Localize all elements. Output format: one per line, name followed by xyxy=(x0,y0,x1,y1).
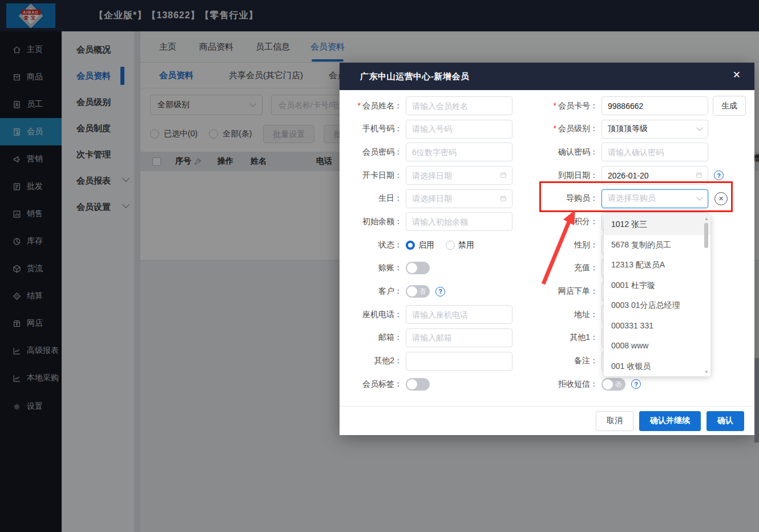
initial-balance-input[interactable] xyxy=(406,212,512,231)
calendar-icon[interactable] xyxy=(499,171,507,179)
guide-option[interactable]: 001 收银员 xyxy=(604,356,710,377)
confirm-password-input[interactable] xyxy=(601,143,708,161)
modal-title: 广东中山运营中心-新增会员 xyxy=(360,71,470,82)
required-mark: * xyxy=(554,124,556,133)
mobile-input[interactable] xyxy=(406,120,512,139)
guide-option[interactable]: 0003 01分店总经理 xyxy=(604,295,710,316)
status-disabled-radio[interactable] xyxy=(446,241,455,250)
guide-option[interactable]: 0001 杜宇璇 xyxy=(604,275,710,296)
member-tag-toggle[interactable] xyxy=(406,378,430,391)
guide-option[interactable]: 0008 www xyxy=(604,336,710,356)
modal-footer: 取消 确认并继续 确认 xyxy=(340,406,754,435)
page-scrollbar-thumb[interactable] xyxy=(754,358,759,442)
annotation-red-box xyxy=(539,181,733,212)
guide-option[interactable]: 5678 复制的员工 xyxy=(604,235,710,255)
guide-dropdown-list: 1012 张三 5678 复制的员工 12313 配送员A 0001 杜宇璇 0… xyxy=(604,214,710,376)
confirm-button[interactable]: 确认 xyxy=(706,411,744,431)
credit-toggle[interactable] xyxy=(406,262,430,274)
calendar-icon[interactable] xyxy=(499,194,507,202)
confirm-continue-button[interactable]: 确认并继续 xyxy=(639,411,701,431)
email-input[interactable] xyxy=(406,328,512,347)
birthday-input[interactable] xyxy=(406,189,512,208)
other2-input[interactable] xyxy=(406,352,512,371)
reject-sms-toggle[interactable]: 否 xyxy=(601,378,625,391)
scroll-up-icon[interactable]: ▲ xyxy=(704,216,709,221)
close-icon[interactable]: ✕ xyxy=(733,70,741,80)
guide-option[interactable]: 000331 331 xyxy=(604,316,710,336)
help-icon[interactable]: ? xyxy=(631,379,641,389)
member-name-input[interactable] xyxy=(406,96,512,115)
cancel-button[interactable]: 取消 xyxy=(596,411,633,431)
form-column-left: *会员姓名： 手机号码： 会员密码： 开卡日期： 生日： 初始余额： 状态：启用… xyxy=(350,96,521,398)
calendar-icon[interactable] xyxy=(695,171,703,179)
generate-card-button[interactable]: 生成 xyxy=(713,96,746,116)
password-input[interactable] xyxy=(406,143,512,161)
open-date-input[interactable] xyxy=(406,166,512,185)
status-enabled-radio[interactable] xyxy=(406,241,415,250)
landline-input[interactable] xyxy=(406,305,512,324)
chevron-down-icon xyxy=(696,125,703,131)
guide-option[interactable]: 12313 配送员A xyxy=(604,255,710,275)
required-mark: * xyxy=(554,101,556,110)
help-icon[interactable]: ? xyxy=(435,287,445,297)
scroll-down-icon[interactable]: ▼ xyxy=(704,369,709,375)
help-icon[interactable]: ? xyxy=(714,170,724,180)
guide-option[interactable]: 1012 张三 xyxy=(604,214,710,235)
modal-header: 广东中山运营中心-新增会员 ✕ xyxy=(340,63,754,90)
card-number-input[interactable] xyxy=(601,96,708,115)
required-mark: * xyxy=(358,101,361,110)
member-level-select[interactable]: 顶顶顶等级 xyxy=(601,120,708,139)
customer-toggle[interactable]: 否 xyxy=(406,285,430,298)
dropdown-scrollbar-thumb[interactable] xyxy=(704,223,708,248)
